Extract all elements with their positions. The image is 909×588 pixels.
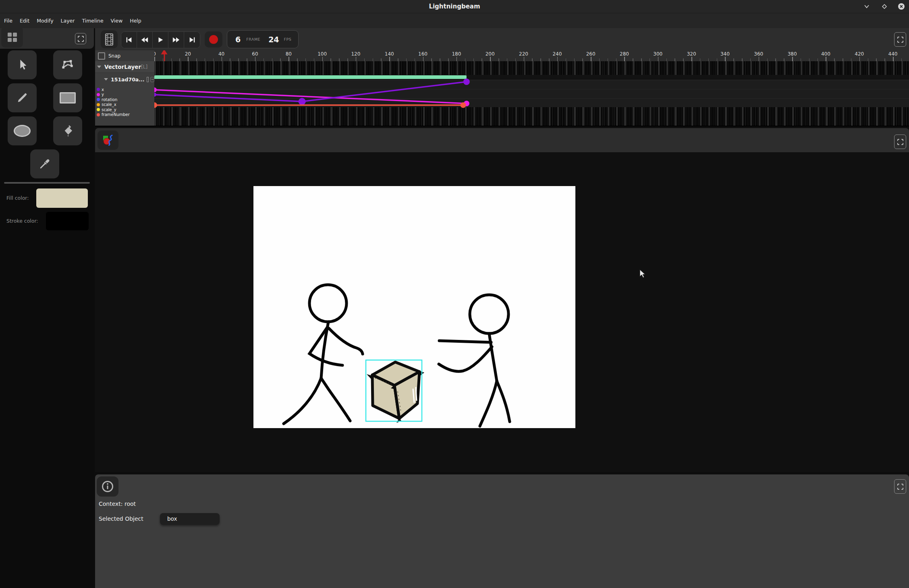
stage-panel-button[interactable] <box>98 130 118 150</box>
record-icon <box>209 35 218 44</box>
keyframe-dot-x[interactable] <box>463 79 470 85</box>
ruler-tick <box>305 58 306 61</box>
timeline-header: 6 FRAME 24 FPS <box>95 28 909 50</box>
menu-help[interactable]: Help <box>126 13 145 28</box>
menu-edit[interactable]: Edit <box>16 13 33 28</box>
keyframe-dot-frameNumber[interactable] <box>461 102 466 108</box>
layer-row-vectorlayer[interactable]: VectorLayer [L] <box>95 61 154 73</box>
ruler-tick <box>599 58 600 61</box>
stage-artwork <box>253 186 575 428</box>
clip-duration-bar[interactable] <box>154 75 467 79</box>
select-tool-button[interactable] <box>8 50 37 79</box>
ruler-tick <box>347 58 348 61</box>
property-row-scale_x[interactable]: scale_x <box>95 102 154 108</box>
skip-to-end-button[interactable] <box>184 32 200 48</box>
play-button[interactable] <box>153 32 168 48</box>
snap-row: Snap <box>95 50 154 61</box>
keyframe-dot-y[interactable] <box>154 87 157 92</box>
ruler-tick <box>280 58 281 61</box>
timeline-panel-button[interactable] <box>101 30 118 48</box>
tools-panel-header <box>0 28 94 49</box>
timeline-expand-button[interactable] <box>894 32 906 47</box>
timeline-tracks[interactable] <box>154 61 909 126</box>
close-icon[interactable] <box>897 2 906 11</box>
maximize-icon[interactable] <box>880 2 889 11</box>
ruler-tick <box>717 58 718 61</box>
draw-tool-button[interactable] <box>8 83 37 112</box>
timeline-ruler[interactable]: 0204060801001201401601802002202402602803… <box>154 50 909 61</box>
inspector-panel-button[interactable] <box>97 476 118 497</box>
fill-color-label: Fill color: <box>6 188 29 208</box>
keyframe-dot-x[interactable] <box>154 93 156 97</box>
skip-to-start-button[interactable] <box>121 32 137 48</box>
ruler-label: 60 <box>252 51 258 57</box>
ruler-tick <box>288 57 289 61</box>
inspector-expand-button[interactable] <box>894 479 906 494</box>
fill-color-swatch[interactable] <box>36 188 88 208</box>
ruler-tick <box>674 58 675 61</box>
ellipse-tool-button[interactable] <box>8 116 37 145</box>
stroke-color-swatch[interactable] <box>46 212 89 230</box>
tools-divider <box>4 182 90 184</box>
film-icon <box>104 33 114 46</box>
ruler-tick <box>616 58 617 61</box>
fast-forward-button[interactable] <box>168 32 184 48</box>
collapse-triangle-icon[interactable] <box>97 66 101 68</box>
selected-object-dropdown[interactable]: box <box>160 513 220 525</box>
tools-panel: Fill color: Stroke color: <box>0 28 94 588</box>
ruler-tick <box>884 58 885 61</box>
collapse-triangle-icon[interactable] <box>104 78 108 81</box>
layer-row-object[interactable]: 151ad70a... ~ <box>95 75 154 84</box>
property-row-y[interactable]: y <box>95 92 154 97</box>
ruler-tick <box>532 58 533 61</box>
ruler-tick <box>608 58 608 61</box>
ruler-tick <box>566 58 567 61</box>
ruler-tick <box>775 58 776 61</box>
eyedropper-tool-button[interactable] <box>30 149 59 178</box>
stroke-color-label: Stroke color: <box>6 212 38 230</box>
minimize-icon[interactable] <box>862 2 871 11</box>
keyframe-dot-frameNumber[interactable] <box>154 102 157 108</box>
stage-header <box>95 128 909 152</box>
property-label: scale_x <box>102 102 116 107</box>
transform-tool-button[interactable] <box>53 50 82 79</box>
ruler-tick <box>540 58 541 61</box>
layer-tween-button[interactable]: ~ <box>150 77 154 82</box>
property-row-scale_y[interactable]: scale_y <box>95 107 154 112</box>
ruler-tick <box>179 58 180 61</box>
menu-modify[interactable]: Modify <box>33 13 57 28</box>
ruler-tick <box>624 57 625 61</box>
tools-expand-button[interactable] <box>75 33 86 44</box>
panel-grid-button[interactable] <box>1 27 23 48</box>
record-button[interactable] <box>205 31 222 48</box>
drawing-canvas[interactable] <box>253 186 575 428</box>
property-row-x[interactable]: x <box>95 87 154 92</box>
property-row-frameNumber[interactable]: frameNumber <box>95 112 154 118</box>
playhead[interactable] <box>161 50 168 61</box>
stage-expand-button[interactable] <box>894 135 906 149</box>
shapes-icon <box>102 134 114 147</box>
ruler-tick <box>440 58 440 61</box>
menu-timeline[interactable]: Timeline <box>78 13 107 28</box>
stage-body[interactable] <box>95 152 909 472</box>
property-color-dot <box>97 88 100 91</box>
property-row-rotation[interactable]: rotation <box>95 97 154 102</box>
snap-checkbox[interactable] <box>98 52 105 60</box>
rewind-button[interactable] <box>137 32 153 48</box>
play-icon <box>157 36 164 43</box>
rectangle-tool-button[interactable] <box>53 83 82 112</box>
ruler-tick <box>750 58 751 61</box>
ruler-tick <box>691 57 692 61</box>
rewind-icon <box>141 36 149 43</box>
menu-file[interactable]: File <box>0 13 16 28</box>
ruler-tick <box>255 57 256 61</box>
layer-visibility-button[interactable] <box>147 77 149 82</box>
ruler-tick <box>356 57 357 61</box>
menu-layer[interactable]: Layer <box>57 13 79 28</box>
mouse-cursor <box>639 269 648 280</box>
menu-view[interactable]: View <box>107 13 127 28</box>
snap-label: Snap <box>108 53 120 59</box>
paint-bucket-tool-button[interactable] <box>53 116 82 145</box>
ruler-label: 140 <box>385 51 394 57</box>
keyframe-dot-x[interactable] <box>299 98 306 105</box>
